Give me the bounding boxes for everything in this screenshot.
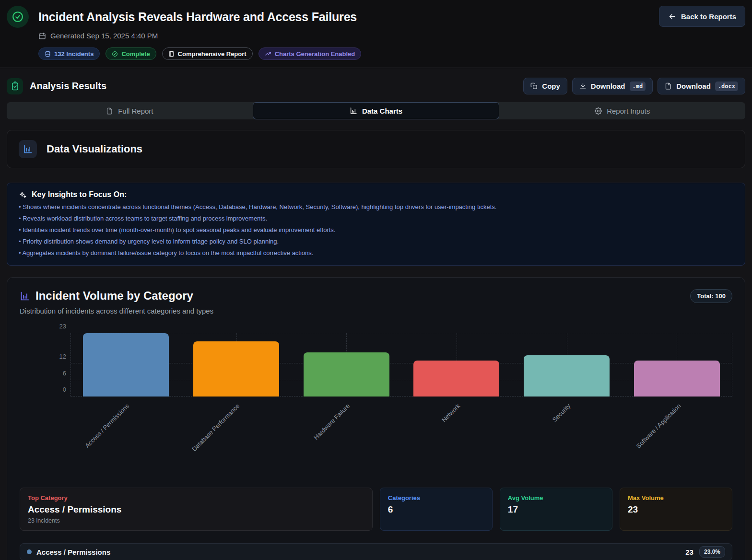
bar-slot bbox=[291, 333, 401, 397]
bar-hardware-failure[interactable] bbox=[304, 352, 389, 397]
copy-icon bbox=[530, 82, 538, 90]
bar-slot bbox=[622, 333, 732, 397]
file-icon bbox=[665, 82, 672, 90]
tab-data-charts[interactable]: Data Charts bbox=[253, 102, 500, 119]
x-label-slot: Software / Application bbox=[622, 397, 732, 481]
data-visualizations-header: Data Visualizations bbox=[7, 130, 745, 168]
x-axis-label: Database Performance bbox=[190, 402, 241, 453]
report-view-tabs: Full Report Data Charts Report Inputs bbox=[7, 102, 745, 119]
calendar-icon bbox=[38, 32, 46, 40]
download-docx-button[interactable]: Download .docx bbox=[658, 78, 745, 94]
insights-title: Key Insights to Focus On: bbox=[32, 190, 127, 199]
x-label-slot: Network bbox=[401, 397, 512, 481]
insight-bullet: Reveals workload distribution across tea… bbox=[19, 215, 733, 222]
total-badge: Total: 100 bbox=[690, 289, 732, 303]
badge-status-complete: Complete bbox=[106, 47, 156, 60]
x-axis-label: Hardware Failure bbox=[312, 402, 351, 441]
incident-volume-chart-card: Incident Volume by Category Total: 100 D… bbox=[7, 277, 745, 560]
bar-slot bbox=[401, 333, 512, 397]
download-icon bbox=[579, 82, 587, 90]
copy-button[interactable]: Copy bbox=[523, 78, 567, 94]
chart-stats-row: Top Category Access / Permissions 23 inc… bbox=[20, 488, 732, 531]
chart-title: Incident Volume by Category bbox=[35, 289, 193, 303]
y-axis-tick: 0 bbox=[63, 386, 66, 393]
key-insights-panel: Key Insights to Focus On: Shows where in… bbox=[7, 183, 745, 266]
insight-bullet: Aggregates incidents by dominant failure… bbox=[19, 249, 733, 257]
x-axis-label: Software / Application bbox=[635, 402, 682, 450]
y-axis-tick: 12 bbox=[59, 353, 66, 360]
stat-max-volume: Max Volume 23 bbox=[620, 488, 732, 531]
category-legend-row[interactable]: Access / Permissions 23 23.0% bbox=[20, 543, 732, 560]
chart-subtitle: Distribution of incidents across differe… bbox=[20, 307, 732, 315]
y-axis-tick: 23 bbox=[59, 323, 66, 330]
bar-chart-icon bbox=[350, 107, 357, 115]
document-icon bbox=[106, 107, 113, 115]
x-label-slot: Hardware Failure bbox=[291, 397, 401, 481]
analysis-results-bar: Analysis Results Copy Download .md Downl… bbox=[0, 68, 752, 101]
stat-categories: Categories 6 bbox=[380, 488, 493, 531]
bar-slot bbox=[71, 333, 181, 397]
insight-bullet: Shows where incidents concentrate across… bbox=[19, 203, 733, 210]
clipboard-check-icon bbox=[7, 78, 23, 94]
insight-bullet: Identifies incident trends over time (mo… bbox=[19, 226, 733, 233]
report-success-icon bbox=[7, 6, 29, 28]
check-circle-icon bbox=[112, 51, 118, 57]
bar-database-performance[interactable] bbox=[193, 341, 279, 397]
x-axis-label: Access / Permissions bbox=[84, 402, 131, 449]
tab-report-inputs[interactable]: Report Inputs bbox=[499, 102, 745, 119]
x-axis-label: Network bbox=[440, 402, 461, 423]
report-header: Incident Analysis Reveals Hardware and A… bbox=[0, 0, 752, 68]
y-axis-tick: 6 bbox=[63, 369, 66, 376]
tab-full-report[interactable]: Full Report bbox=[7, 102, 253, 119]
docx-extension-chip: .docx bbox=[715, 82, 738, 91]
badge-incidents-count: 132 Incidents bbox=[38, 47, 100, 60]
sparkles-icon bbox=[19, 191, 27, 199]
bar-security[interactable] bbox=[524, 355, 610, 397]
bar-access-permissions[interactable] bbox=[83, 333, 169, 397]
database-icon bbox=[45, 51, 51, 57]
generated-timestamp: Generated Sep 15, 2025 4:40 PM bbox=[38, 32, 745, 40]
badge-report-type: Comprehensive Report bbox=[162, 47, 253, 60]
badge-charts-enabled: Charts Generation Enabled bbox=[258, 47, 362, 60]
md-extension-chip: .md bbox=[630, 82, 646, 91]
page-title: Incident Analysis Reveals Hardware and A… bbox=[38, 6, 357, 28]
chart-title-icon bbox=[20, 291, 30, 301]
bar-plot: 061223 bbox=[70, 333, 732, 397]
category-value: 23 bbox=[685, 548, 693, 556]
category-color-dot bbox=[27, 549, 32, 554]
x-label-slot: Access / Permissions bbox=[70, 397, 181, 481]
stat-top-category: Top Category Access / Permissions 23 inc… bbox=[20, 488, 373, 531]
bar-slot bbox=[181, 333, 292, 397]
analysis-results-title: Analysis Results bbox=[30, 81, 106, 92]
stat-avg-volume: Avg Volume 17 bbox=[500, 488, 612, 531]
badge-row: 132 Incidents Complete Comprehensive Rep… bbox=[38, 47, 745, 60]
visualizations-title: Data Visualizations bbox=[47, 143, 142, 155]
bar-chart: 061223 Access / PermissionsDatabase Perf… bbox=[20, 333, 732, 481]
x-axis-labels: Access / PermissionsDatabase Performance… bbox=[70, 397, 732, 481]
gear-icon bbox=[595, 107, 602, 115]
report-icon bbox=[168, 51, 175, 57]
visualizations-chart-icon bbox=[19, 140, 37, 158]
x-label-slot: Security bbox=[512, 397, 622, 481]
trending-up-icon bbox=[265, 50, 271, 57]
arrow-left-icon bbox=[668, 12, 676, 21]
bar-software-application[interactable] bbox=[634, 361, 720, 397]
x-axis-label: Security bbox=[551, 402, 572, 423]
back-to-reports-button[interactable]: Back to Reports bbox=[659, 6, 745, 27]
x-label-slot: Database Performance bbox=[181, 397, 291, 481]
bar-slots bbox=[71, 333, 732, 397]
download-md-button[interactable]: Download .md bbox=[572, 78, 653, 94]
bar-network[interactable] bbox=[413, 361, 499, 397]
bar-slot bbox=[512, 333, 622, 397]
category-percent-badge: 23.0% bbox=[699, 546, 725, 558]
insight-bullet: Priority distribution shows demand by ur… bbox=[19, 238, 733, 245]
category-label: Access / Permissions bbox=[36, 548, 110, 556]
